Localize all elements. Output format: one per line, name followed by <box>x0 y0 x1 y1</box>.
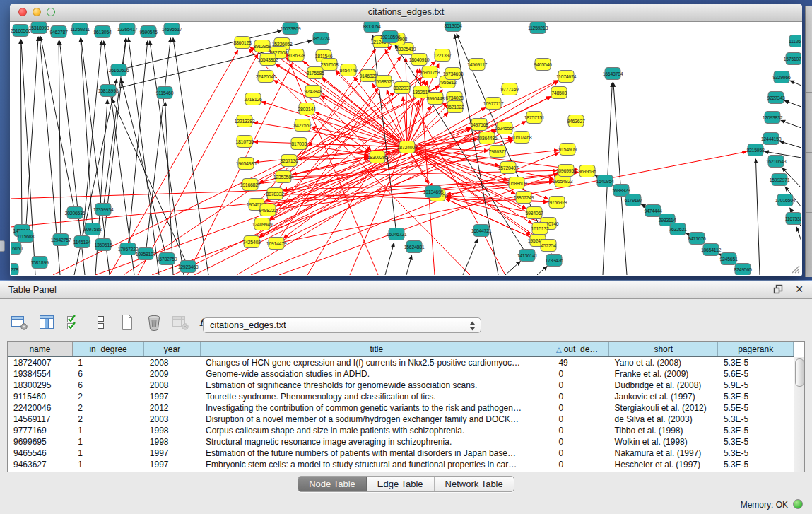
graph-node[interactable]: 1640954 <box>596 175 614 187</box>
graph-node[interactable]: 20206536 <box>65 207 86 219</box>
show-columns-button[interactable] <box>35 311 58 334</box>
graph-node[interactable]: 18757151 <box>524 112 545 124</box>
graph-node[interactable]: 10969951 <box>556 165 577 177</box>
graph-node[interactable]: 1145194 <box>73 236 91 248</box>
graph-node[interactable]: 19734693 <box>443 68 464 80</box>
graph-node[interactable]: 8471676 <box>688 233 706 245</box>
graph-node[interactable]: 9777169 <box>500 83 519 95</box>
table-row[interactable]: 977716911998Corpus callosum shape and si… <box>8 425 794 436</box>
row-height-button[interactable] <box>89 311 112 334</box>
tab-network-table[interactable]: Network Table <box>435 477 514 491</box>
new-table-button[interactable] <box>116 311 139 334</box>
graph-node[interactable]: 12409949 <box>252 218 273 230</box>
graph-node[interactable]: 19134695 <box>423 186 444 198</box>
graph-node[interactable]: 11259211 <box>70 23 90 35</box>
graph-node[interactable]: 9621022 <box>446 101 464 113</box>
graph-node[interactable]: 9242848 <box>304 86 322 98</box>
graph-node[interactable]: 452254 <box>541 240 556 252</box>
column-header-in_degree[interactable]: in_degree <box>72 342 144 356</box>
graph-node[interactable]: 9498222 <box>259 204 277 216</box>
graph-node[interactable]: 14695517 <box>162 23 182 35</box>
graph-node[interactable]: 12353584 <box>273 171 294 183</box>
float-panel-icon[interactable] <box>772 284 784 295</box>
graph-node[interactable]: 9245651 <box>719 253 738 265</box>
graph-node[interactable]: 9462787 <box>49 26 68 38</box>
graph-node[interactable]: 748503 <box>551 87 567 99</box>
graph-node[interactable]: 8267130 <box>280 155 298 167</box>
close-panel-icon[interactable]: ✕ <box>794 284 805 295</box>
graph-node[interactable]: 25160506 <box>11 25 31 37</box>
graph-node[interactable]: 9590545 <box>139 26 158 38</box>
graph-node[interactable]: 26160506 <box>109 64 129 76</box>
graph-node[interactable]: 16046721 <box>387 228 407 240</box>
graph-node[interactable]: 2616050 <box>11 243 23 255</box>
graph-node[interactable]: 12942757 <box>51 234 71 246</box>
table-row[interactable]: 911546021997Tourette syndrome. Phenomeno… <box>8 391 794 402</box>
memory-status-indicator[interactable] <box>793 499 803 509</box>
table-scrollbar-thumb[interactable] <box>795 358 804 387</box>
graph-node[interactable]: 10607468 <box>512 132 532 144</box>
graph-node[interactable]: 20364486 <box>477 132 498 144</box>
graph-node[interactable]: 15688520 <box>374 76 394 88</box>
graph-node[interactable]: 15751074 <box>784 53 801 65</box>
graph-node[interactable]: 1350515 <box>94 239 112 251</box>
graph-node[interactable]: 6497568 <box>470 119 488 131</box>
table-row[interactable]: 1938455462009Genome-wide association stu… <box>8 368 794 380</box>
graph-node[interactable]: 7857224 <box>312 33 330 45</box>
tab-edge-table[interactable]: Edge Table <box>367 477 435 491</box>
graph-node[interactable]: 19654923 <box>553 175 573 187</box>
table-source-select[interactable]: citations_edges.txt <box>203 317 481 333</box>
graph-node[interactable]: 8912959 <box>253 40 271 52</box>
graph-node[interactable]: 8454749 <box>339 64 358 76</box>
panel-collapse-handle[interactable] <box>0 240 5 252</box>
graph-node[interactable]: 8427552 <box>293 119 312 132</box>
table-row[interactable]: 1456911722003Disruption of a novel membe… <box>8 414 794 425</box>
graph-node[interactable]: 1810755 <box>235 136 254 148</box>
graph-node[interactable]: 7632621 <box>669 223 687 235</box>
table-row[interactable]: 946362711997Embryonic stem cells: a mode… <box>8 459 794 470</box>
graph-node[interactable]: 18300295 <box>367 151 388 163</box>
graph-node[interactable]: 9465546 <box>534 59 552 71</box>
column-header-name[interactable]: name <box>8 342 72 356</box>
graph-node[interactable]: 3175685 <box>306 67 324 79</box>
graph-node[interactable]: 9699695 <box>578 165 596 177</box>
graph-node[interactable]: 16245554 <box>495 122 515 134</box>
graph-node[interactable]: 11259213 <box>528 22 548 34</box>
tab-node-table[interactable]: Node Table <box>298 477 367 491</box>
graph-node[interactable]: 1615132 <box>531 223 549 235</box>
graph-node[interactable]: 9154909 <box>558 144 577 156</box>
graph-node[interactable]: 7986372 <box>488 146 507 158</box>
table-row[interactable]: 969969511998Structural magnetic resonanc… <box>8 436 794 448</box>
graph-node[interactable]: 18807249 <box>514 192 534 204</box>
graph-node[interactable]: 1221397 <box>433 49 452 62</box>
graph-node[interactable]: 11074674 <box>556 71 577 83</box>
table-row[interactable]: 946554611997Estimation of the future num… <box>8 448 794 459</box>
select-all-columns-button[interactable] <box>62 311 85 334</box>
graph-node[interactable]: 16648784 <box>603 68 623 80</box>
graph-node[interactable]: 16033809 <box>281 23 301 35</box>
graph-node[interactable]: 5984067 <box>525 207 543 219</box>
graph-node[interactable]: 19166827 <box>240 179 261 191</box>
graph-node[interactable]: 15992971 <box>770 174 790 186</box>
graph-node[interactable]: 15720407 <box>498 162 519 174</box>
graph-node[interactable]: 17359934 <box>93 204 114 216</box>
graph-node[interactable]: 16543862 <box>258 54 278 66</box>
column-header-short[interactable]: short <box>609 342 718 356</box>
graph-node[interactable]: 10688609 <box>507 177 527 189</box>
graph-node[interactable]: 1112628 <box>789 35 801 47</box>
graph-node[interactable]: 1733426 <box>545 255 563 267</box>
graph-node[interactable]: 19654985 <box>236 158 257 170</box>
graph-node[interactable]: 8215958 <box>746 144 765 156</box>
graph-node[interactable]: 18724007 <box>397 141 418 153</box>
graph-node[interactable]: 6179197 <box>624 194 642 206</box>
graph-node[interactable]: 8878332 <box>266 188 284 200</box>
network-canvas[interactable]: 1872400788601238912959152260589827508818… <box>11 22 801 275</box>
graph-node[interactable]: 7425402 <box>242 236 261 248</box>
graph-node[interactable]: 9463627 <box>567 115 585 127</box>
graph-node[interactable]: 9097588 <box>83 223 102 235</box>
graph-node[interactable]: 19218596 <box>380 31 401 43</box>
graph-node[interactable]: 16961758 <box>420 66 440 78</box>
graph-node[interactable]: 817003 <box>291 138 307 150</box>
graph-node[interactable]: 1581899 <box>30 257 49 269</box>
graph-node[interactable]: 9329966 <box>772 71 791 83</box>
